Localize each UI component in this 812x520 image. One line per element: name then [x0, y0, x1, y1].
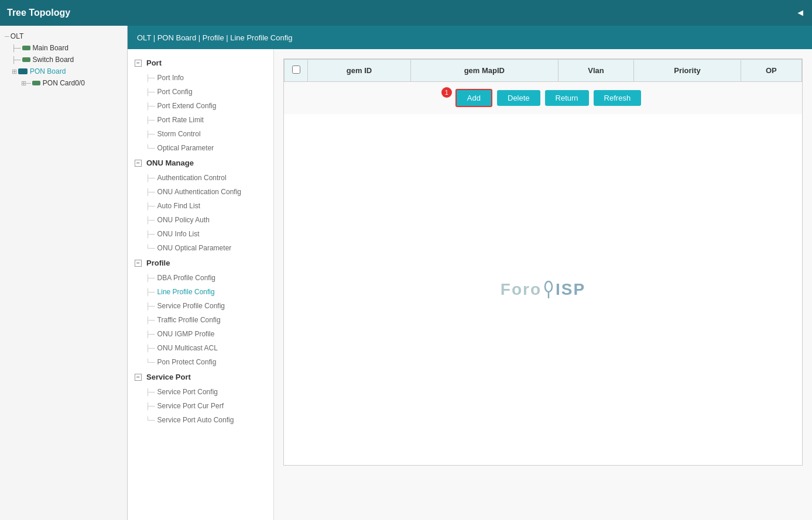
section-port: − Port [128, 55, 273, 71]
watermark: Foro ISP [501, 280, 585, 299]
nav-traffic-profile-config[interactable]: ├─Traffic Profile Config [128, 313, 273, 327]
collapse-icon[interactable]: − [135, 260, 142, 267]
delete-button[interactable]: Delete [497, 90, 540, 106]
tree-item-pon-board[interactable]: ⊞ PON Board [0, 66, 127, 77]
tree-item-pon-card[interactable]: ⊞─ PON Card0/0 [0, 77, 127, 89]
watermark-icon [543, 281, 554, 298]
section-label: ONU Manage [146, 159, 194, 167]
board-icon [22, 46, 30, 50]
table-container: gem ID gem MapID Vlan Priority OP 1 Add [283, 58, 803, 466]
content-area: − Port ├─Port Info ├─Port Config ├─Port … [128, 49, 812, 520]
left-nav: − Port ├─Port Info ├─Port Config ├─Port … [128, 49, 274, 520]
section-service-port: − Service Port [128, 369, 273, 385]
nav-onu-policy-auth[interactable]: ├─ONU Policy Auth [128, 213, 273, 227]
section-label: Port [146, 58, 162, 67]
tree-item-switch-board[interactable]: ├─ Switch Board [0, 54, 127, 66]
nav-service-port-auto-config[interactable]: └─Service Port Auto Config [128, 413, 273, 427]
app-title: Tree Topology [7, 8, 70, 18]
refresh-button[interactable]: Refresh [594, 90, 642, 106]
nav-onu-info-list[interactable]: ├─ONU Info List [128, 227, 273, 241]
card-icon [32, 81, 40, 85]
table-area: gem ID gem MapID Vlan Priority OP 1 Add [274, 49, 812, 520]
collapse-icon[interactable]: − [135, 160, 142, 167]
add-badge: 1 [441, 87, 452, 98]
connector-icon: ├─ [12, 56, 21, 63]
nav-port-config[interactable]: ├─Port Config [128, 85, 273, 99]
return-button[interactable]: Return [545, 90, 589, 106]
sidebar: ─ OLT ├─ Main Board ├─ Switch Board ⊞ PO… [0, 26, 128, 520]
board-icon [18, 68, 28, 74]
nav-auto-find-list[interactable]: ├─Auto Find List [128, 199, 273, 213]
nav-storm-control[interactable]: ├─Storm Control [128, 127, 273, 141]
toggle-sidebar-button[interactable]: ◄ [796, 8, 805, 18]
nav-port-rate-limit[interactable]: ├─Port Rate Limit [128, 113, 273, 127]
table-empty-area: Foro ISP [284, 114, 802, 465]
svg-point-0 [545, 281, 552, 292]
col-gem-mapid: gem MapID [410, 60, 558, 82]
nav-port-extend-config[interactable]: ├─Port Extend Config [128, 99, 273, 113]
tree: ─ OLT ├─ Main Board ├─ Switch Board ⊞ PO… [0, 26, 127, 94]
nav-onu-optical-param[interactable]: └─ONU Optical Parameter [128, 241, 273, 255]
collapse-icon[interactable]: − [135, 60, 142, 67]
select-all-checkbox[interactable] [292, 66, 300, 74]
board-icon [22, 57, 30, 62]
breadcrumb: OLT | PON Board | Profile | Line Profile… [128, 26, 812, 49]
actions-row: 1 Add Delete Return Refresh [284, 82, 802, 114]
nav-dba-profile-config[interactable]: ├─DBA Profile Config [128, 271, 273, 285]
col-checkbox [285, 60, 308, 82]
nav-service-port-cur-perf[interactable]: ├─Service Port Cur Perf [128, 399, 273, 413]
watermark-isp: ISP [556, 280, 585, 299]
main-layout: ─ OLT ├─ Main Board ├─ Switch Board ⊞ PO… [0, 26, 812, 520]
nav-port-info[interactable]: ├─Port Info [128, 71, 273, 85]
expand-icon: ⊞ [12, 68, 17, 75]
connector-icon: ⊞─ [21, 80, 31, 87]
right-panel: OLT | PON Board | Profile | Line Profile… [128, 26, 812, 520]
tree-item-main-board[interactable]: ├─ Main Board [0, 42, 127, 54]
olt-label: OLT [11, 32, 23, 40]
add-button[interactable]: Add [455, 89, 492, 107]
connector-icon: ├─ [12, 44, 21, 51]
section-onu-manage: − ONU Manage [128, 155, 273, 171]
col-gem-id: gem ID [308, 60, 411, 82]
collapse-icon[interactable]: − [135, 374, 142, 381]
nav-service-port-config[interactable]: ├─Service Port Config [128, 385, 273, 399]
nav-onu-multicast-acl[interactable]: ├─ONU Multicast ACL [128, 341, 273, 355]
pon-board-label: PON Board [30, 67, 66, 75]
nav-onu-igmp-profile[interactable]: ├─ONU IGMP Profile [128, 327, 273, 341]
nav-service-profile-config[interactable]: ├─Service Profile Config [128, 299, 273, 313]
section-label: Profile [146, 259, 170, 267]
nav-onu-auth-config[interactable]: ├─ONU Authentication Config [128, 185, 273, 199]
nav-auth-control[interactable]: ├─Authentication Control [128, 171, 273, 185]
connector-icon: ─ [5, 33, 9, 40]
watermark-foro: Foro [501, 280, 542, 299]
table-header-row: gem ID gem MapID Vlan Priority OP [285, 60, 802, 82]
nav-optical-parameter[interactable]: └─Optical Parameter [128, 141, 273, 155]
col-priority: Priority [634, 60, 741, 82]
section-label: Service Port [146, 373, 191, 381]
tree-item-olt[interactable]: ─ OLT [0, 30, 127, 42]
top-header: Tree Topology ◄ [0, 0, 812, 26]
breadcrumb-text: OLT | PON Board | Profile | Line Profile… [137, 33, 292, 42]
nav-pon-protect-config[interactable]: └─Pon Protect Config [128, 355, 273, 369]
pon-card-label: PON Card0/0 [43, 79, 85, 87]
nav-line-profile-config[interactable]: ├─Line Profile Config [128, 285, 273, 299]
switch-board-label: Switch Board [33, 56, 74, 64]
main-board-label: Main Board [33, 44, 68, 52]
data-table: gem ID gem MapID Vlan Priority OP [284, 59, 802, 82]
col-vlan: Vlan [558, 60, 634, 82]
col-op: OP [741, 60, 801, 82]
section-profile: − Profile [128, 255, 273, 271]
